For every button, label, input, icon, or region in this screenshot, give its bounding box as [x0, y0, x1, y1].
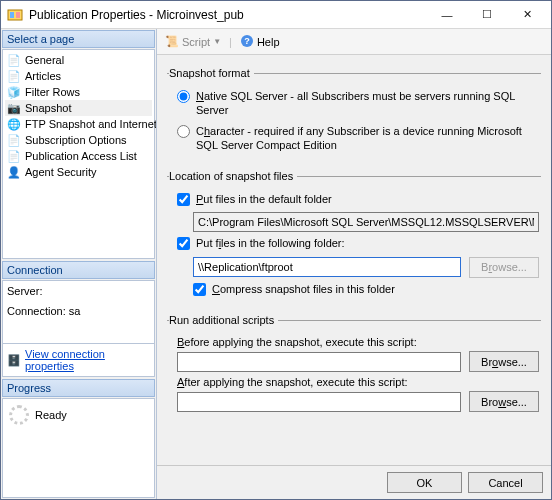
nav-label: FTP Snapshot and Internet	[25, 118, 157, 130]
page-list: 📄 General 📄 Articles 🧊 Filter Rows 📷 Sna…	[2, 49, 155, 259]
check-default-folder[interactable]: Put files in the default folder	[177, 192, 539, 206]
after-script-path[interactable]	[177, 392, 461, 412]
location-group: Location of snapshot files Put files in …	[167, 170, 541, 304]
after-script-label: After applying the snapshot, execute thi…	[177, 376, 539, 388]
globe-icon: 🌐	[7, 117, 21, 131]
check-compress-label: Compress snapshot files in this folder	[212, 282, 395, 296]
view-conn-row: 🗄️ View connection properties	[2, 344, 155, 377]
browse-after-button[interactable]: Browse...	[469, 391, 539, 412]
connection-box: Server: Connection: sa	[2, 280, 155, 344]
svg-text:?: ?	[244, 36, 250, 46]
snapshot-format-group: Snapshot format Native SQL Server - all …	[167, 67, 541, 160]
nav-label: Publication Access List	[25, 150, 137, 162]
spinner-icon	[9, 405, 29, 425]
radio-character-input[interactable]	[177, 125, 190, 138]
check-following-input[interactable]	[177, 237, 190, 250]
check-default-input[interactable]	[177, 193, 190, 206]
script-icon: 📜	[165, 35, 179, 48]
snapshot-format-legend: Snapshot format	[169, 67, 254, 79]
button-bar: OK Cancel	[157, 465, 551, 499]
nav-label: Snapshot	[25, 102, 71, 114]
progress-header: Progress	[2, 379, 155, 397]
nav-label: General	[25, 54, 64, 66]
nav-general[interactable]: 📄 General	[5, 52, 152, 68]
camera-icon: 📷	[7, 101, 21, 115]
connection-header: Connection	[2, 261, 155, 279]
maximize-button[interactable]: ☐	[467, 2, 507, 28]
help-label: Help	[257, 36, 280, 48]
progress-status: Ready	[35, 409, 67, 421]
nav-label: Agent Security	[25, 166, 97, 178]
close-button[interactable]: ✕	[507, 2, 547, 28]
check-default-label: Put files in the default folder	[196, 192, 332, 206]
check-compress[interactable]: Compress snapshot files in this folder	[193, 282, 539, 296]
nav-label: Articles	[25, 70, 61, 82]
location-legend: Location of snapshot files	[169, 170, 297, 182]
app-icon	[7, 7, 23, 23]
scripts-group: Run additional scripts Before applying t…	[167, 314, 541, 418]
following-folder-path[interactable]	[193, 257, 461, 277]
page-icon: 📄	[7, 149, 21, 163]
nav-filter-rows[interactable]: 🧊 Filter Rows	[5, 84, 152, 100]
default-folder-path	[193, 212, 539, 232]
radio-character-label: Character - required if any Subscriber i…	[196, 124, 539, 153]
nav-label: Subscription Options	[25, 134, 127, 146]
script-label: Script	[182, 36, 210, 48]
progress-box: Ready	[2, 398, 155, 498]
script-button[interactable]: 📜 Script ▼	[161, 33, 225, 50]
page-icon: 📄	[7, 69, 21, 83]
properties-icon: 🗄️	[7, 354, 21, 367]
window-buttons: — ☐ ✕	[427, 2, 547, 28]
cancel-button[interactable]: Cancel	[468, 472, 543, 493]
radio-native[interactable]: Native SQL Server - all Subscribers must…	[177, 89, 539, 118]
page-icon: 📄	[7, 53, 21, 67]
toolbar: 📜 Script ▼ | ? Help	[157, 29, 551, 55]
view-connection-properties-link[interactable]: View connection properties	[25, 348, 150, 372]
check-compress-input[interactable]	[193, 283, 206, 296]
nav-publication-access[interactable]: 📄 Publication Access List	[5, 148, 152, 164]
panel-body: Snapshot format Native SQL Server - all …	[157, 55, 551, 465]
scripts-legend: Run additional scripts	[169, 314, 278, 326]
window-title: Publication Properties - Microinvest_pub	[29, 8, 427, 22]
help-icon: ?	[240, 34, 254, 50]
browse-following-button: Browse...	[469, 257, 539, 278]
titlebar: Publication Properties - Microinvest_pub…	[1, 1, 551, 29]
before-script-label: Before applying the snapshot, execute th…	[177, 336, 539, 348]
server-label: Server:	[5, 283, 152, 303]
browse-before-button[interactable]: Browse...	[469, 351, 539, 372]
window: Publication Properties - Microinvest_pub…	[0, 0, 552, 500]
connection-label: Connection: sa	[5, 303, 152, 319]
nav-label: Filter Rows	[25, 86, 80, 98]
help-button[interactable]: ? Help	[236, 32, 284, 52]
check-following-folder[interactable]: Put files in the following folder:	[177, 236, 539, 250]
nav-articles[interactable]: 📄 Articles	[5, 68, 152, 84]
ok-button[interactable]: OK	[387, 472, 462, 493]
select-page-header: Select a page	[2, 30, 155, 48]
radio-character[interactable]: Character - required if any Subscriber i…	[177, 124, 539, 153]
nav-agent-security[interactable]: 👤 Agent Security	[5, 164, 152, 180]
content: Select a page 📄 General 📄 Articles 🧊 Fil…	[1, 29, 551, 499]
radio-native-input[interactable]	[177, 90, 190, 103]
sidebar: Select a page 📄 General 📄 Articles 🧊 Fil…	[1, 29, 156, 499]
nav-subscription-options[interactable]: 📄 Subscription Options	[5, 132, 152, 148]
main-pane: 📜 Script ▼ | ? Help Snapshot format	[156, 29, 551, 499]
agent-icon: 👤	[7, 165, 21, 179]
svg-rect-1	[10, 12, 14, 18]
nav-snapshot[interactable]: 📷 Snapshot	[5, 100, 152, 116]
nav-ftp-snapshot[interactable]: 🌐 FTP Snapshot and Internet	[5, 116, 152, 132]
before-script-path[interactable]	[177, 352, 461, 372]
filter-icon: 🧊	[7, 85, 21, 99]
check-following-label: Put files in the following folder:	[196, 236, 345, 250]
minimize-button[interactable]: —	[427, 2, 467, 28]
radio-native-label: Native SQL Server - all Subscribers must…	[196, 89, 539, 118]
page-icon: 📄	[7, 133, 21, 147]
svg-rect-2	[16, 12, 20, 18]
chevron-down-icon: ▼	[213, 37, 221, 46]
